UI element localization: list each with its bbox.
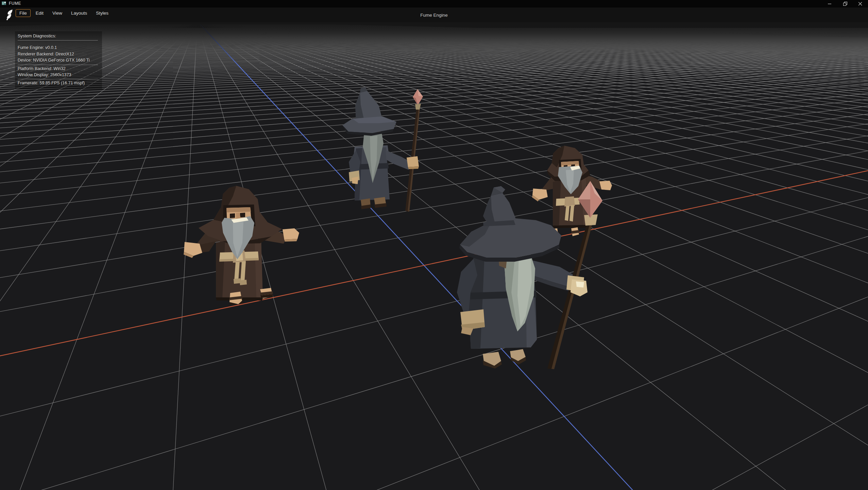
menu-item-layouts[interactable]: Layouts <box>67 9 91 17</box>
character-wizard-staff[interactable] <box>338 85 423 212</box>
menu-item-styles[interactable]: Styles <box>92 9 112 17</box>
fume-logo <box>5 9 14 20</box>
window-controls <box>822 0 868 7</box>
diagnostics-line: Fume Engine: v0.0.1 <box>18 45 98 51</box>
window-title: FUME <box>9 1 21 6</box>
fume-app-icon <box>2 1 6 5</box>
menu-item-view[interactable]: View <box>49 9 66 17</box>
engine-title: Fume Engine <box>0 13 868 18</box>
diagnostics-line: System Diagnostics: <box>18 33 98 39</box>
menu-item-file[interactable]: File <box>16 9 31 17</box>
diagnostics-separator <box>18 65 98 65</box>
viewport-3d[interactable] <box>0 22 868 490</box>
restore-icon[interactable] <box>837 0 853 7</box>
ground-grid <box>0 22 868 490</box>
diagnostics-line: Framerate: 59.85 FPS (16.71 mspf) <box>18 80 98 86</box>
character-monk-left[interactable] <box>182 185 299 305</box>
diagnostics-line: Window Display: 2560x1373 <box>18 72 98 78</box>
diagnostics-gap <box>18 41 98 45</box>
diagnostics-separator <box>18 40 98 40</box>
close-icon[interactable] <box>853 0 868 7</box>
menu-items: FileEditViewLayoutsStyles <box>16 9 114 17</box>
diagnostics-line: Platform Backend: Win32 <box>18 66 98 72</box>
diagnostics-line: Device: NVIDIA GeForce GTX 1660 Ti <box>18 57 98 63</box>
menu-item-edit[interactable]: Edit <box>32 9 47 17</box>
diagnostics-line: Renderer Backend: DirectX12 <box>18 51 98 57</box>
character-wizard-back[interactable] <box>450 180 605 369</box>
menubar: FileEditViewLayoutsStyles Fume Engine <box>0 7 868 22</box>
diagnostics-panel: System Diagnostics:Fume Engine: v0.0.1Re… <box>15 31 102 89</box>
minimize-icon[interactable] <box>822 0 837 7</box>
titlebar[interactable]: FUME <box>0 0 868 7</box>
diagnostics-separator <box>18 79 98 79</box>
